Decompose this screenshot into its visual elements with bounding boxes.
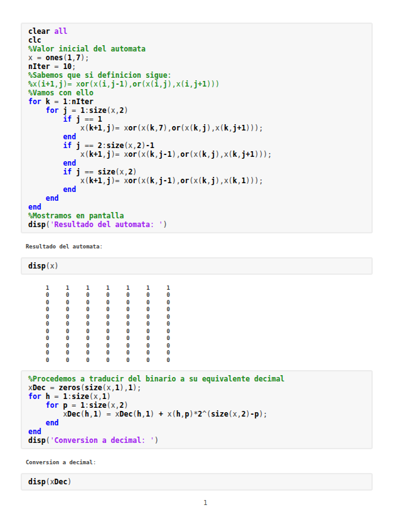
plain-token: clc	[28, 36, 41, 45]
plain-token: k	[233, 176, 237, 185]
plain-token: (	[172, 410, 176, 418]
plain-token: size	[98, 168, 115, 176]
plain-token: ==	[80, 168, 98, 176]
plain-token: (	[85, 150, 89, 159]
plain-token: +1)));	[246, 150, 272, 159]
code-line: xDec(h,1) = xDec(h,1) + x(h,p)*2^(size(x…	[28, 410, 365, 418]
plain-token: j	[242, 150, 246, 159]
plain-token: ,7),	[154, 124, 172, 132]
plain-token: x	[224, 176, 228, 185]
output-token: 0 0 0 0 0 0 0	[26, 343, 170, 349]
code-line: disp(x)	[28, 262, 365, 270]
plain-token: ,1) =	[89, 410, 115, 418]
plain-token: disp	[28, 262, 46, 270]
code-line: clc	[28, 36, 365, 45]
plain-token: == 2:	[80, 141, 107, 150]
plain-token: =	[33, 53, 46, 62]
plain-token: j	[107, 124, 111, 132]
plain-token: )=	[111, 150, 124, 159]
plain-token: )=	[111, 124, 124, 132]
output-token: 0 0 0 0 0 0 0	[26, 349, 170, 356]
plain-token: x	[28, 53, 33, 62]
keyword-token: end	[63, 185, 76, 194]
plain-token: (	[107, 106, 111, 115]
plain-token: xor	[124, 124, 137, 132]
plain-token: j	[233, 124, 237, 132]
comment-token: %Mostramos en pantalla	[28, 211, 124, 220]
output-block: Resultado del automata:	[21, 243, 373, 251]
code-line: x(k+1,j)= xor(x(k,7),or(x(k,j),x(k,j+1))…	[28, 124, 365, 132]
plain-token: +1,	[93, 176, 107, 185]
code-line: x(k+1,j)= xor(x(k,j-1),or(x(k,j),x(k,1))…	[28, 176, 365, 185]
keyword-token: end	[46, 418, 59, 427]
plain-token: ,	[237, 150, 242, 159]
plain-token: k	[89, 124, 93, 132]
plain-token: x	[80, 124, 85, 132]
code-line: for h = 1:size(x,1)	[28, 392, 365, 401]
plain-token: (	[115, 168, 120, 176]
plain-token: ,2)	[115, 401, 129, 410]
plain-token	[28, 401, 46, 410]
plain-token: x	[50, 262, 55, 270]
plain-token: )	[163, 220, 168, 229]
code-line: %x(i+1,j)= xor(x(i,j-1),or(x(i,j),x(i,j+…	[28, 80, 365, 88]
plain-token: or	[181, 176, 189, 185]
code-line: disp(xDec)	[28, 477, 365, 486]
plain-token: (	[85, 124, 89, 132]
comment-token: %Vamos con ello	[28, 88, 93, 97]
plain-token: )=	[111, 176, 124, 185]
plain-token: h	[46, 392, 50, 401]
output-line: 0 0 0 0 0 0 0	[26, 321, 373, 328]
keyword-token: end	[28, 203, 41, 211]
output-line: 0 0 0 0 0 0 0	[26, 349, 373, 357]
code-line: for k = 1:nIter	[28, 97, 365, 106]
code-line: for p = 1:size(x,2)	[28, 401, 365, 410]
plain-token	[28, 418, 46, 427]
output-line: 1 1 1 1 1 1 1	[26, 285, 373, 292]
plain-token: disp	[28, 220, 46, 229]
plain-token: (	[146, 124, 150, 132]
plain-token: x	[107, 383, 111, 392]
string-token: 'Conversion a decimal: '	[50, 436, 154, 445]
output-token: 0 0 0 0 0 0 0	[26, 299, 170, 306]
plain-token: xDec	[115, 410, 133, 418]
plain-token: (	[220, 124, 224, 132]
plain-token: x	[111, 106, 115, 115]
plain-token: k	[89, 176, 93, 185]
plain-token: ,1)	[98, 392, 111, 401]
plain-token: or	[172, 124, 181, 132]
plain-token: (	[46, 477, 50, 486]
plain-token: (	[146, 150, 150, 159]
plain-token: (	[228, 410, 233, 418]
plain-token: h	[176, 410, 181, 418]
plain-token: ),	[215, 150, 224, 159]
output-token: 0 0 0 0 0 0 0	[26, 321, 170, 327]
code-line: if j == size(x,2)	[28, 168, 365, 176]
code-line: end	[28, 159, 365, 168]
code-line: disp('Resultado del automata: ')	[28, 220, 365, 229]
output-token: 0 0 0 0 0 0 0	[26, 335, 170, 341]
plain-token: x	[93, 392, 98, 401]
plain-token: x	[215, 124, 220, 132]
plain-token: k	[224, 124, 228, 132]
plain-token: ,2)-1	[132, 141, 154, 150]
code-line: end	[28, 132, 365, 141]
output-token: 1 1 1 1 1 1 1	[26, 285, 170, 291]
plain-token: =	[46, 383, 59, 392]
plain-token: disp	[28, 477, 46, 486]
plain-token: k	[150, 150, 154, 159]
plain-token	[28, 124, 80, 132]
code-line: nIter = 10;	[28, 62, 365, 71]
plain-token	[28, 410, 63, 418]
plain-token: k	[233, 150, 237, 159]
plain-token	[28, 141, 63, 150]
plain-token: -1),	[163, 150, 181, 159]
plain-token: ,2)	[115, 106, 129, 115]
plain-token: x	[80, 176, 85, 185]
plain-token: ,	[154, 176, 159, 185]
keyword-token: for	[46, 401, 59, 410]
plain-token: -1),	[163, 176, 181, 185]
output-line: 0 0 0 0 0 0 0	[26, 292, 373, 299]
plain-token: (	[46, 436, 50, 445]
keyword-token: for	[46, 106, 59, 115]
